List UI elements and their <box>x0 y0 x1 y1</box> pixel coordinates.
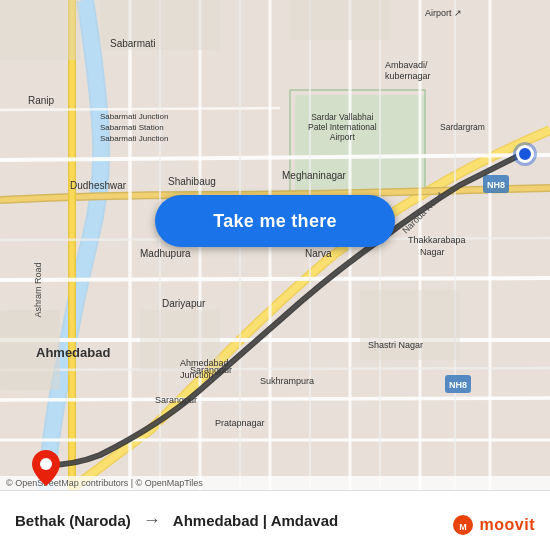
arrow-icon: → <box>143 510 161 531</box>
destination-pin <box>32 450 60 490</box>
info-bar: Bethak (Naroda) → Ahmedabad | Amdavad M … <box>0 490 550 550</box>
map-container: NH8 NH8 Sabarmati Ranip Sabarmati Juncti… <box>0 0 550 490</box>
svg-text:NH8: NH8 <box>449 380 467 390</box>
svg-rect-29 <box>0 310 60 390</box>
osm-attribution: © OpenStreetMap contributors | © OpenMap… <box>0 476 550 490</box>
svg-line-6 <box>0 398 550 400</box>
destination-label: Ahmedabad | Amdavad <box>173 512 338 529</box>
svg-text:NH8: NH8 <box>487 180 505 190</box>
svg-rect-27 <box>100 0 220 50</box>
moovit-icon: M <box>452 514 474 536</box>
take-me-there-button[interactable]: Take me there <box>155 195 395 247</box>
svg-rect-1 <box>295 95 425 195</box>
moovit-brand-text: moovit <box>480 516 535 534</box>
svg-rect-28 <box>290 0 390 40</box>
svg-text:M: M <box>459 522 467 532</box>
svg-rect-30 <box>140 310 220 370</box>
moovit-logo: M moovit <box>452 514 535 536</box>
svg-rect-31 <box>360 290 460 360</box>
origin-label: Bethak (Naroda) <box>15 512 131 529</box>
svg-line-4 <box>0 278 550 280</box>
origin-dot <box>516 145 534 163</box>
svg-rect-26 <box>0 0 80 60</box>
svg-point-32 <box>40 458 52 470</box>
take-me-there-label: Take me there <box>213 211 337 232</box>
